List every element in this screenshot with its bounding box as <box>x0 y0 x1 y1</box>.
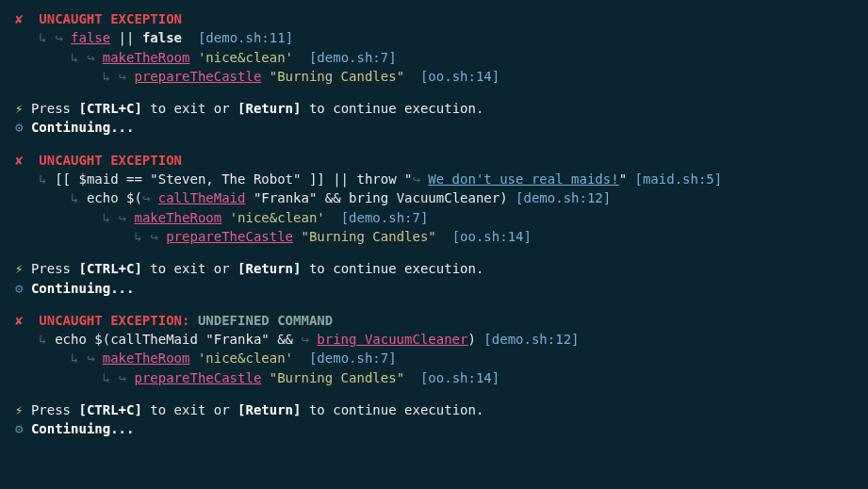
trace-link[interactable]: callTheMaid <box>158 190 246 205</box>
trace-line: ↳ ↪ prepareTheCastle "Burning Candles" [… <box>15 67 853 86</box>
exception-header: ✘ UNCAUGHT EXCEPTION <box>15 9 853 28</box>
trace-location: [demo.sh:7] <box>341 210 429 225</box>
exception-title: UNCAUGHT EXCEPTION <box>39 11 182 26</box>
key-ctrlc: [CTRL+C] <box>78 402 141 417</box>
prompt-line: ⚡ Press [CTRL+C] to exit or [Return] to … <box>15 400 853 419</box>
arrow-icon: ↪ <box>119 69 135 84</box>
trace-pre: [[ $maid == "Steven, The Robot" ]] || th… <box>55 171 412 187</box>
arrow-icon: ↪ <box>301 332 317 347</box>
prompt-text: to exit or <box>142 101 237 116</box>
branch-icon: ↳ <box>134 229 141 244</box>
trace-post: " <box>619 171 627 187</box>
trace-string: 'nice&clean' <box>198 350 293 366</box>
key-return: [Return] <box>237 261 301 276</box>
trace-link[interactable]: prepareTheCastle <box>134 69 261 84</box>
prompt-text: Press <box>31 261 79 276</box>
trace-pre: echo $(callTheMaid "Franka" && <box>55 332 301 347</box>
key-return: [Return] <box>237 402 301 417</box>
trace-string: "Burning Candles" <box>301 229 435 244</box>
trace-location: [oo.sh:14] <box>420 370 500 385</box>
prompt-text: to exit or <box>142 402 237 417</box>
trace-string: 'nice&clean' <box>198 50 293 65</box>
arrow-icon: ↪ <box>142 190 158 205</box>
trace-location: [demo.sh:12] <box>483 332 579 347</box>
trace-line: ↳ [[ $maid == "Steven, The Robot" ]] || … <box>15 170 853 188</box>
trace-link[interactable]: makeTheRoom <box>103 50 190 65</box>
trace-line: ↳ echo $(↪ callTheMaid "Franka" && bring… <box>15 188 853 207</box>
trace-bold: false <box>142 30 182 45</box>
trace-post: || <box>110 30 142 45</box>
key-return: [Return] <box>237 101 301 116</box>
prompt-text: to exit or <box>142 261 237 276</box>
trace-link[interactable]: We don't use real maids! <box>428 171 618 187</box>
continuing-line: ⚙ Continuing... <box>15 419 853 438</box>
trace-location: [oo.sh:14] <box>452 229 532 244</box>
trace-location: [demo.sh:12] <box>516 190 611 205</box>
branch-icon: ↳ <box>103 370 110 385</box>
branch-icon: ↳ <box>103 69 110 84</box>
trace-post <box>189 50 197 65</box>
trace-post: ) <box>467 332 475 347</box>
branch-icon: ↳ <box>39 171 46 187</box>
arrow-icon: ↪ <box>119 370 135 385</box>
trace-string: "Burning Candles" <box>270 69 404 84</box>
trace-pre: echo $( <box>87 190 142 205</box>
trace-location: [demo.sh:7] <box>309 50 397 65</box>
continuing-text: Continuing... <box>31 421 135 436</box>
trace-link[interactable]: false <box>71 30 110 45</box>
trace-line: ↳ ↪ makeTheRoom 'nice&clean' [demo.sh:7] <box>15 48 853 67</box>
continuing-line: ⚙ Continuing... <box>15 118 853 137</box>
exception-subtitle: UNDEFINED COMMAND <box>198 313 333 328</box>
exception-header: ✘ UNCAUGHT EXCEPTION: UNDEFINED COMMAND <box>15 311 853 330</box>
trace-line: ↳ ↪ makeTheRoom 'nice&clean' [demo.sh:7] <box>15 349 853 367</box>
trace-link[interactable]: prepareTheCastle <box>166 229 293 244</box>
arrow-icon: ↪ <box>55 30 71 45</box>
arrow-icon: ↪ <box>87 350 103 366</box>
trace-location: [demo.sh:11] <box>198 30 293 45</box>
continuing-text: Continuing... <box>31 120 135 135</box>
trace-location: [demo.sh:7] <box>309 350 397 366</box>
branch-icon: ↳ <box>39 30 46 45</box>
arrow-icon: ↪ <box>412 171 428 187</box>
trace-line: ↳ ↪ prepareTheCastle "Burning Candles" [… <box>15 227 853 246</box>
trace-location: [maid.sh:5] <box>635 171 723 187</box>
prompt-text: to continue execution. <box>301 101 483 116</box>
trace-post: "Franka" && bring VacuumCleaner) <box>245 190 507 205</box>
trace-link[interactable]: makeTheRoom <box>134 210 221 225</box>
trace-post <box>261 69 269 84</box>
prompt-line: ⚡ Press [CTRL+C] to exit or [Return] to … <box>15 99 853 118</box>
trace-post <box>261 370 269 385</box>
branch-icon: ↳ <box>39 332 46 347</box>
trace-post <box>189 350 197 366</box>
prompt-text: Press <box>31 402 79 417</box>
trace-link[interactable]: bring VacuumCleaner <box>317 332 467 347</box>
prompt-line: ⚡ Press [CTRL+C] to exit or [Return] to … <box>15 259 853 278</box>
trace-line: ↳ ↪ makeTheRoom 'nice&clean' [demo.sh:7] <box>15 208 853 227</box>
branch-icon: ↳ <box>103 210 110 225</box>
trace-line: ↳ ↪ false || false [demo.sh:11] <box>15 28 853 47</box>
trace-location: [oo.sh:14] <box>420 69 500 84</box>
trace-link[interactable]: prepareTheCastle <box>134 370 261 385</box>
trace-string: "Burning Candles" <box>270 370 404 385</box>
arrow-icon: ↪ <box>87 50 103 65</box>
key-ctrlc: [CTRL+C] <box>78 101 141 116</box>
prompt-text: to continue execution. <box>301 261 483 276</box>
arrow-icon: ↪ <box>119 210 135 225</box>
trace-line: ↳ echo $(callTheMaid "Franka" && ↪ bring… <box>15 330 853 349</box>
trace-line: ↳ ↪ prepareTheCastle "Burning Candles" [… <box>15 368 853 387</box>
prompt-text: Press <box>31 101 79 116</box>
key-ctrlc: [CTRL+C] <box>78 261 141 276</box>
trace-link[interactable]: makeTheRoom <box>103 350 190 366</box>
continuing-text: Continuing... <box>31 281 135 296</box>
prompt-text: to continue execution. <box>301 402 483 417</box>
exception-header: ✘ UNCAUGHT EXCEPTION <box>15 151 853 170</box>
arrow-icon: ↪ <box>150 229 166 244</box>
continuing-line: ⚙ Continuing... <box>15 279 853 298</box>
trace-string: 'nice&clean' <box>230 210 325 225</box>
exception-title: UNCAUGHT EXCEPTION: <box>39 313 198 328</box>
trace-post <box>221 210 229 225</box>
exception-title: UNCAUGHT EXCEPTION <box>39 153 182 168</box>
